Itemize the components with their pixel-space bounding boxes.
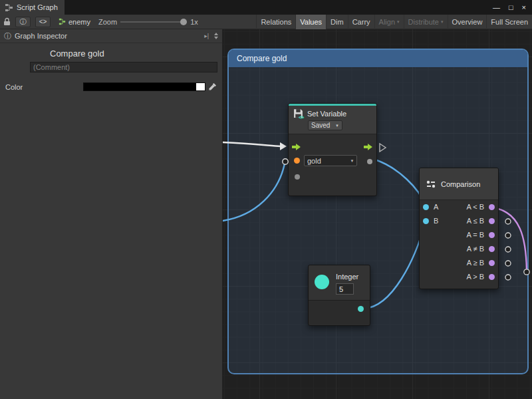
maximize-icon[interactable]: □ bbox=[509, 3, 513, 11]
input-label: A bbox=[434, 200, 438, 214]
graph-reference[interactable]: enemy bbox=[59, 18, 90, 26]
input-label: B bbox=[434, 214, 438, 228]
close-icon[interactable]: × bbox=[522, 3, 526, 11]
inspector-toggle-button[interactable]: ⓘ bbox=[15, 17, 31, 27]
node-title: Comparison bbox=[441, 180, 480, 188]
input-port-b[interactable] bbox=[423, 218, 429, 224]
zoom-slider-track[interactable] bbox=[120, 21, 187, 23]
distribute-button[interactable]: Distribute ▾ bbox=[404, 15, 448, 29]
graph-toolbar: ⓘ <> enemy Zoom 1x Relations Values bbox=[0, 15, 532, 29]
comment-input[interactable] bbox=[30, 62, 217, 72]
fullscreen-label: Full Screen bbox=[491, 18, 528, 26]
relations-label: Relations bbox=[261, 18, 291, 26]
node-title: Set Variable bbox=[307, 110, 346, 118]
set-variable-header[interactable]: <> Set Variable Saved ▼ bbox=[289, 106, 376, 134]
comparison-icon bbox=[426, 179, 436, 190]
info-icon: ⓘ bbox=[4, 31, 11, 41]
minimize-icon[interactable]: — bbox=[493, 3, 500, 11]
flow-output-port[interactable] bbox=[364, 143, 373, 151]
node-title: Integer bbox=[336, 273, 358, 281]
chevron-down-icon: ▼ bbox=[348, 159, 356, 163]
output-label: A > B bbox=[466, 270, 484, 284]
tab-script-graph[interactable]: Script Graph bbox=[0, 0, 65, 15]
group-title: Compare gold bbox=[237, 54, 287, 63]
align-label: Align bbox=[379, 18, 395, 26]
overview-label: Overview bbox=[452, 18, 483, 26]
group-header[interactable]: Compare gold bbox=[229, 50, 527, 67]
input-port-a[interactable] bbox=[423, 204, 429, 210]
color-swatch[interactable] bbox=[83, 82, 205, 91]
toolbar-buttons: Relations Values Dim Carry Align ▾ Distr… bbox=[256, 15, 532, 29]
graph-inspector-panel: ⓘ Graph Inspector ▸| Compare gold Color bbox=[0, 29, 223, 399]
output-label: A < B bbox=[466, 200, 484, 214]
comparison-row: A A < B bbox=[420, 200, 498, 214]
fullscreen-button[interactable]: Full Screen bbox=[486, 15, 532, 29]
overview-button[interactable]: Overview bbox=[448, 15, 487, 29]
eyedropper-icon[interactable] bbox=[208, 82, 217, 91]
relations-button[interactable]: Relations bbox=[256, 15, 295, 29]
values-button[interactable]: Values bbox=[295, 15, 326, 29]
graph-title: Compare gold bbox=[50, 49, 222, 59]
graph-asset-icon bbox=[59, 18, 66, 25]
node-comparison[interactable]: Comparison A A < B B A ≤ B A = B bbox=[419, 168, 499, 289]
zoom-value: 1x bbox=[190, 18, 198, 26]
output-port-a-eq-b[interactable] bbox=[489, 232, 495, 238]
dock-icon[interactable]: ▸| bbox=[204, 33, 209, 39]
align-button[interactable]: Align ▾ bbox=[374, 15, 404, 29]
spinner-icon[interactable] bbox=[214, 33, 218, 39]
values-label: Values bbox=[300, 18, 322, 26]
node-integer[interactable]: Integer bbox=[308, 265, 370, 326]
variable-name-port[interactable] bbox=[294, 158, 300, 164]
output-port-a-lte-b[interactable] bbox=[489, 218, 495, 224]
zoom-slider[interactable] bbox=[120, 18, 187, 26]
variable-scope-dropdown[interactable]: Saved ▼ bbox=[308, 120, 342, 130]
comparison-row: A > B bbox=[420, 270, 498, 284]
set-variable-output-port[interactable] bbox=[367, 159, 372, 164]
script-graph-icon bbox=[5, 3, 13, 12]
color-label: Color bbox=[5, 83, 23, 91]
variable-badge-icon: <> bbox=[299, 114, 303, 120]
dim-label: Dim bbox=[331, 18, 344, 26]
node-set-variable[interactable]: <> Set Variable Saved ▼ gold ▼ bbox=[288, 103, 377, 196]
output-port-a-neq-b[interactable] bbox=[489, 246, 495, 252]
inspector-header-controls: ▸| bbox=[204, 33, 218, 39]
output-label: A ≤ B bbox=[467, 214, 484, 228]
lock-icon[interactable] bbox=[3, 17, 11, 26]
fallback-value-port[interactable] bbox=[295, 174, 300, 180]
comparison-row: A = B bbox=[420, 228, 498, 242]
output-label: A ≠ B bbox=[467, 242, 484, 256]
tab-title: Script Graph bbox=[17, 3, 58, 11]
output-port-a-gte-b[interactable] bbox=[489, 260, 495, 266]
graph-inspector-header: ⓘ Graph Inspector ▸| bbox=[0, 29, 222, 43]
dim-button[interactable]: Dim bbox=[326, 15, 348, 29]
color-alpha-segment bbox=[196, 83, 205, 90]
comparison-header[interactable]: Comparison bbox=[420, 168, 498, 200]
graph-canvas[interactable]: Compare gold <> Set bbox=[223, 29, 532, 399]
code-icon: <> bbox=[39, 18, 47, 25]
edit-graph-button[interactable]: <> bbox=[35, 17, 51, 27]
integer-type-icon bbox=[315, 275, 329, 289]
chevron-down-icon: ▾ bbox=[397, 19, 400, 25]
graph-name-label: enemy bbox=[68, 18, 90, 26]
comparison-row: B A ≤ B bbox=[420, 214, 498, 228]
comparison-rows: A A < B B A ≤ B A = B A ≠ B bbox=[420, 200, 498, 284]
carry-label: Carry bbox=[352, 18, 370, 26]
chevron-down-icon: ▾ bbox=[441, 19, 444, 25]
integer-value-input[interactable] bbox=[336, 283, 354, 295]
carry-button[interactable]: Carry bbox=[348, 15, 374, 29]
variable-name-dropdown[interactable]: gold ▼ bbox=[304, 155, 357, 166]
comparison-row: A ≥ B bbox=[420, 256, 498, 270]
integer-header[interactable]: Integer bbox=[309, 265, 370, 301]
variable-name-value: gold bbox=[305, 157, 348, 165]
flow-input-port[interactable] bbox=[292, 143, 301, 151]
integer-output-port[interactable] bbox=[358, 306, 364, 312]
graph-inspector-title: Graph Inspector bbox=[15, 32, 67, 40]
output-port-a-lt-b[interactable] bbox=[489, 204, 495, 210]
tab-bar: Script Graph — □ × bbox=[0, 0, 532, 15]
zoom-label: Zoom bbox=[98, 18, 117, 26]
window-controls: — □ × bbox=[493, 0, 532, 15]
output-label: A = B bbox=[466, 228, 484, 242]
unity-script-graph-window: Script Graph — □ × ⓘ <> enemy Z bbox=[0, 0, 532, 399]
zoom-slider-handle[interactable] bbox=[180, 19, 187, 25]
output-port-a-gt-b[interactable] bbox=[489, 274, 495, 280]
